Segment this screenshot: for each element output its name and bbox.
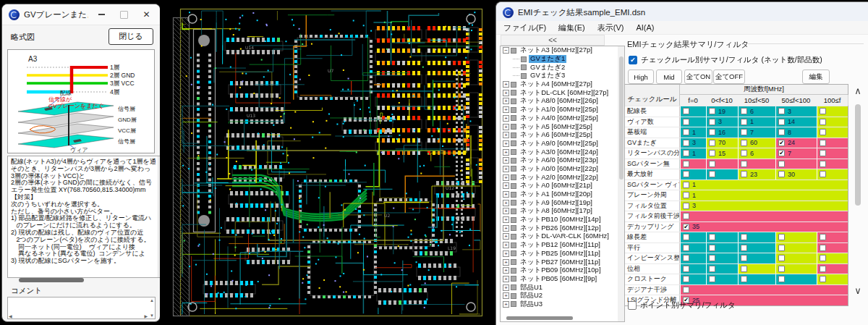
expand-node-icon[interactable]: + bbox=[503, 166, 509, 172]
cell-checkbox[interactable] bbox=[741, 234, 747, 240]
expand-node-icon[interactable]: + bbox=[503, 132, 509, 138]
collapse-node-icon[interactable]: − bbox=[503, 47, 509, 54]
expand-node-icon[interactable]: + bbox=[503, 301, 509, 308]
tree-item[interactable]: GVまたぎ2 bbox=[501, 63, 624, 72]
cell-checkbox[interactable] bbox=[709, 140, 715, 146]
cell-checkbox[interactable] bbox=[778, 276, 785, 282]
expand-node-icon[interactable]: + bbox=[503, 90, 509, 96]
error-description[interactable]: ▲ ▼ 配線(ネットA3)が4層からヴィアを通って1層を通そのとき、リターンパス… bbox=[7, 156, 168, 278]
cell-checkbox[interactable] bbox=[741, 171, 747, 177]
scroll-up-chevron-icon[interactable]: ∧ bbox=[852, 87, 864, 96]
expand-node-icon[interactable]: + bbox=[503, 267, 509, 274]
tree-item[interactable]: +ネットPB05 [60MHz][9p] bbox=[501, 275, 624, 284]
cell-checkbox[interactable] bbox=[820, 245, 826, 251]
menu-item[interactable]: AI(A) bbox=[636, 23, 654, 32]
cell-checkbox[interactable] bbox=[820, 108, 826, 114]
expand-node-icon[interactable]: + bbox=[503, 106, 509, 113]
cell-checkbox[interactable] bbox=[709, 276, 715, 282]
cell-checkbox[interactable] bbox=[709, 161, 715, 167]
cell-checkbox[interactable] bbox=[709, 129, 715, 135]
comment-input[interactable]: ▲ ▼ ◀ ▶ bbox=[7, 297, 156, 319]
cell-checkbox[interactable] bbox=[741, 129, 747, 135]
expand-node-icon[interactable]: + bbox=[503, 259, 509, 266]
mid-button[interactable]: Mid bbox=[656, 69, 682, 84]
maximize-button[interactable] bbox=[115, 7, 133, 22]
cell-checkbox[interactable] bbox=[820, 140, 826, 146]
cell-checkbox[interactable] bbox=[683, 129, 689, 135]
expand-node-icon[interactable]: + bbox=[503, 191, 509, 198]
tree-item[interactable]: +部品U1 bbox=[501, 283, 624, 292]
tree-item[interactable]: +ネットA5 [60MHz][25p] bbox=[501, 122, 624, 131]
cell-checkbox[interactable] bbox=[741, 119, 747, 125]
expand-node-icon[interactable]: + bbox=[503, 233, 509, 240]
comment-scroll-left-icon[interactable]: ◀ bbox=[9, 313, 12, 318]
expand-node-icon[interactable]: + bbox=[503, 140, 509, 147]
cell-checkbox[interactable] bbox=[709, 108, 715, 114]
tree-item[interactable]: +ネットA9 [60MHz][19p] bbox=[501, 198, 624, 207]
tree-item[interactable]: +部品U2 bbox=[501, 292, 624, 300]
tree-item[interactable]: +ネットPB26 [60MHz][12p] bbox=[501, 224, 624, 232]
expand-node-icon[interactable]: + bbox=[503, 115, 509, 122]
tree-item[interactable]: +ネットA4 [60MHz][27p] bbox=[501, 80, 624, 89]
menu-item[interactable]: ファイル(F) bbox=[503, 22, 546, 33]
cell-checkbox[interactable] bbox=[709, 150, 715, 156]
close-button[interactable]: ✕ bbox=[137, 7, 156, 22]
cell-checkbox[interactable] bbox=[820, 234, 826, 240]
cell-checkbox[interactable] bbox=[778, 161, 785, 167]
cell-checkbox[interactable] bbox=[709, 255, 715, 261]
tree-item[interactable]: +ネットA9/0 [60MHz][25p] bbox=[501, 140, 624, 148]
table-scrollbar[interactable]: ∧ ∨ bbox=[852, 85, 864, 297]
tree-item[interactable]: +ネットA6/0 [60MHz][23p] bbox=[501, 156, 624, 165]
cell-checkbox[interactable]: ✔ bbox=[683, 224, 689, 230]
left-window-titlebar[interactable]: GVプレーンまたぎの... ✕ bbox=[2, 4, 160, 25]
cell-checkbox[interactable]: ✔ bbox=[778, 150, 785, 156]
expand-node-icon[interactable]: + bbox=[503, 98, 509, 104]
expand-node-icon[interactable]: + bbox=[503, 174, 509, 181]
expand-node-icon[interactable]: + bbox=[503, 242, 509, 248]
expand-node-icon[interactable]: + bbox=[503, 182, 509, 189]
tree-item[interactable]: −ネットA3 [60MHz][27p] bbox=[501, 46, 624, 55]
cell-checkbox[interactable] bbox=[741, 150, 747, 156]
comment-scroll-right-icon[interactable]: ▶ bbox=[144, 313, 148, 318]
high-button[interactable]: High bbox=[628, 69, 654, 84]
expand-node-icon[interactable]: + bbox=[503, 225, 509, 232]
cell-checkbox[interactable] bbox=[778, 255, 785, 261]
all-on-button[interactable]: 全てON bbox=[684, 69, 712, 84]
tree-vscroll-thumb[interactable] bbox=[619, 56, 624, 180]
cell-checkbox[interactable] bbox=[820, 276, 826, 282]
cell-checkbox[interactable] bbox=[683, 119, 689, 125]
right-window-titlebar[interactable]: EMIチェック結果sample_EMI.dsn bbox=[496, 2, 868, 23]
cell-checkbox[interactable] bbox=[778, 234, 785, 240]
cell-checkbox[interactable] bbox=[741, 108, 747, 114]
cell-checkbox[interactable] bbox=[709, 234, 715, 240]
cell-checkbox[interactable] bbox=[683, 266, 689, 272]
tree-vscrollbar[interactable] bbox=[618, 46, 624, 321]
cell-checkbox[interactable] bbox=[778, 119, 785, 125]
cell-checkbox[interactable] bbox=[683, 213, 689, 219]
cell-checkbox[interactable] bbox=[778, 171, 785, 177]
cell-checkbox[interactable] bbox=[741, 161, 747, 167]
tree-item[interactable]: +ネットDL-VAR-CLK [60MHz] bbox=[501, 232, 624, 241]
tree-item[interactable]: +ネットDL-CLK [60MHz][27p] bbox=[501, 88, 624, 97]
expand-node-icon[interactable]: + bbox=[503, 216, 509, 223]
tree-item[interactable]: +ネットA1/0 [60MHz][25p] bbox=[501, 106, 624, 114]
menu-item[interactable]: 表示(V) bbox=[597, 22, 624, 33]
pcb-canvas[interactable] bbox=[160, 0, 498, 325]
cell-checkbox[interactable] bbox=[683, 140, 689, 146]
cell-checkbox[interactable] bbox=[741, 255, 747, 261]
cell-checkbox[interactable] bbox=[778, 129, 785, 135]
pcb-layout-view[interactable] bbox=[160, 0, 498, 325]
cell-checkbox[interactable] bbox=[820, 255, 826, 261]
expand-node-icon[interactable]: + bbox=[503, 284, 509, 291]
tree-item[interactable]: +ネットA0 [60MHz][21p] bbox=[501, 182, 624, 190]
cell-checkbox[interactable] bbox=[709, 245, 715, 251]
expand-node-icon[interactable]: + bbox=[503, 276, 509, 282]
tree-item[interactable]: +ネットA0/0 [60MHz][22p] bbox=[501, 165, 624, 174]
expand-node-icon[interactable]: + bbox=[503, 208, 509, 214]
expand-node-icon[interactable]: + bbox=[503, 157, 509, 164]
cell-checkbox[interactable] bbox=[683, 161, 689, 167]
tree-item[interactable]: +ネットPB09 [60MHz][10p] bbox=[501, 266, 624, 275]
hscroll-thumb[interactable] bbox=[19, 278, 84, 282]
cell-checkbox[interactable] bbox=[683, 234, 689, 240]
cell-checkbox[interactable] bbox=[820, 171, 826, 177]
